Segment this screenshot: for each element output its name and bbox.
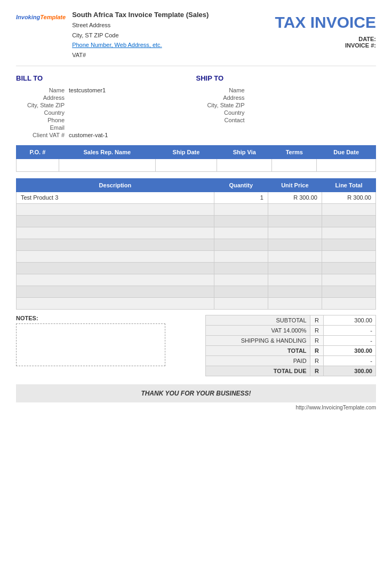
items-row: Test Product 31R 300.00R 300.00 <box>17 192 376 203</box>
item-quantity <box>214 227 268 239</box>
bill-address-row: Address <box>16 94 196 101</box>
ship-country-row: Country <box>196 109 377 116</box>
item-description <box>17 250 214 262</box>
item-quantity <box>214 297 268 309</box>
item-description <box>17 215 214 227</box>
ship-name-row: Name <box>196 86 377 94</box>
items-row <box>17 215 376 227</box>
po-header-po: P.O. # <box>17 145 59 159</box>
bill-city-label: City, State ZIP <box>16 101 67 109</box>
ship-city-value <box>247 101 377 109</box>
item-description <box>17 239 214 250</box>
shipping-value: - <box>324 335 376 345</box>
vat-currency: R <box>310 325 324 335</box>
items-header-quantity: Quantity <box>214 178 268 192</box>
item-line-total <box>322 274 375 286</box>
po-ship-via-value <box>217 159 272 171</box>
paid-row: PAID R - <box>206 355 376 366</box>
bill-city-row: City, State ZIP <box>16 101 196 109</box>
totals-section: SUBTOTAL R 300.00 VAT 14.000% R - SHIPPI… <box>205 315 376 376</box>
ship-city-row: City, State ZIP <box>196 101 377 109</box>
items-row <box>17 262 376 274</box>
po-sales-rep-value <box>59 159 155 171</box>
bill-phone-label: Phone <box>16 116 67 124</box>
item-quantity <box>214 274 268 286</box>
po-po-value <box>17 159 59 171</box>
ship-name-label: Name <box>196 86 247 94</box>
po-header-row: P.O. # Sales Rep. Name Ship Date Ship Vi… <box>17 145 376 159</box>
bill-country-row: Country <box>16 109 196 116</box>
ship-to-table: Name Address City, State ZIP Country Con… <box>196 86 377 124</box>
ship-city-label: City, State ZIP <box>196 101 247 109</box>
street-address: Street Address <box>72 20 209 30</box>
footer-url: http://www.InvoicingTemplate.com <box>16 405 376 410</box>
date-row: DATE: <box>275 36 376 42</box>
vat-label: VAT 14.000% <box>206 325 310 335</box>
bill-address-value <box>67 94 196 101</box>
po-header-terms: Terms <box>272 145 317 159</box>
thank-you-text: THANK YOU FOR YOUR BUSINESS! <box>141 390 251 397</box>
item-unit-price <box>268 227 322 239</box>
bill-country-label: Country <box>16 109 67 116</box>
item-quantity <box>214 239 268 250</box>
item-line-total <box>322 227 375 239</box>
total-currency: R <box>310 345 324 355</box>
ship-to-title: SHIP TO <box>196 74 377 82</box>
item-line-total: R 300.00 <box>322 192 375 203</box>
shipping-row: SHIPPING & HANDLING R - <box>206 335 376 345</box>
po-header-ship-date: Ship Date <box>155 145 217 159</box>
subtotal-label: SUBTOTAL <box>206 315 310 325</box>
item-unit-price <box>268 297 322 309</box>
po-due-date-value <box>317 159 376 171</box>
total-value: 300.00 <box>324 345 376 355</box>
item-description <box>17 297 214 309</box>
item-quantity <box>214 215 268 227</box>
bill-ship-section: BILL TO Name testcustomer1 Address City,… <box>16 74 376 139</box>
city-state-zip: City, ST ZIP Code <box>72 30 209 41</box>
items-header-description: Description <box>17 178 214 192</box>
ship-country-label: Country <box>196 109 247 116</box>
bill-name-value: testcustomer1 <box>67 86 196 94</box>
po-header-due-date: Due Date <box>317 145 376 159</box>
bill-to-title: BILL TO <box>16 74 196 82</box>
totals-table: SUBTOTAL R 300.00 VAT 14.000% R - SHIPPI… <box>205 315 376 376</box>
date-label: DATE: <box>358 36 376 42</box>
bill-vat-value: customer-vat-1 <box>67 131 196 139</box>
items-row <box>17 239 376 250</box>
invoice-label: INVOICE #: <box>345 42 376 49</box>
bottom-section: NOTES: SUBTOTAL R 300.00 VAT 14.000% R -… <box>16 315 376 376</box>
header-right: TAX INVOICE DATE: INVOICE #: <box>275 11 376 49</box>
paid-currency: R <box>310 355 324 366</box>
items-row <box>17 297 376 309</box>
items-header-unit-price: Unit Price <box>268 178 322 192</box>
bill-phone-value <box>67 116 196 124</box>
item-quantity <box>214 286 268 297</box>
item-unit-price <box>268 286 322 297</box>
po-table: P.O. # Sales Rep. Name Ship Date Ship Vi… <box>16 145 376 172</box>
item-description <box>17 203 214 215</box>
header-left: InvokingTemplate South Africa Tax Invoic… <box>16 11 209 60</box>
subtotal-currency: R <box>310 315 324 325</box>
item-line-total <box>322 297 375 309</box>
shipping-label: SHIPPING & HANDLING <box>206 335 310 345</box>
item-line-total <box>322 239 375 250</box>
items-row <box>17 250 376 262</box>
item-quantity <box>214 262 268 274</box>
bill-city-value <box>67 101 196 109</box>
ship-contact-label: Contact <box>196 116 247 124</box>
bill-email-label: Email <box>16 124 67 131</box>
item-line-total <box>322 203 375 215</box>
bill-name-row: Name testcustomer1 <box>16 86 196 94</box>
total-due-label: TOTAL DUE <box>206 366 310 376</box>
item-quantity: 1 <box>214 192 268 203</box>
vat-number: VAT# <box>72 50 209 60</box>
bill-phone-row: Phone <box>16 116 196 124</box>
bill-email-row: Email <box>16 124 196 131</box>
items-row <box>17 203 376 215</box>
items-header-line-total: Line Total <box>322 178 375 192</box>
bill-vat-row: Client VAT # customer-vat-1 <box>16 131 196 139</box>
thank-you-footer: THANK YOU FOR YOUR BUSINESS! <box>16 384 376 402</box>
bill-to-section: BILL TO Name testcustomer1 Address City,… <box>16 74 196 139</box>
items-row <box>17 286 376 297</box>
total-label: TOTAL <box>206 345 310 355</box>
